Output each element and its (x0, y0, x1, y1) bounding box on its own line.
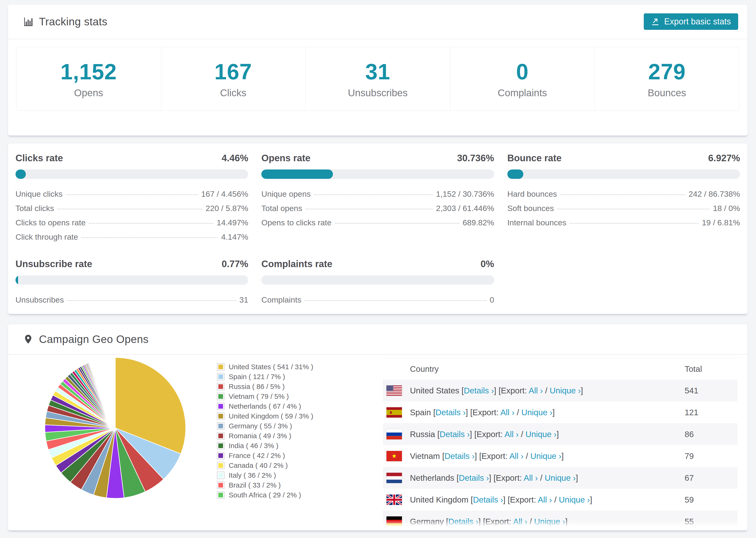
rate-row-label: Unique clicks (16, 189, 63, 198)
rate-detail-row: Hard bounces242 / 86.738% (507, 187, 740, 201)
rate-progress-bar (507, 170, 740, 179)
rate-detail-row: Unique clicks167 / 4.456% (16, 187, 248, 201)
rate-rows: Unique opens1,152 / 30.736%Total opens2,… (261, 187, 494, 230)
legend-item-united-states[interactable]: United States ( 541 / 31% ) (217, 362, 313, 372)
stats-summary-row: 1,152Opens167Clicks31Unsubscribes0Compla… (16, 47, 739, 111)
legend-swatch (217, 383, 225, 390)
total-cell: 79 (685, 452, 737, 461)
details-link[interactable]: Details › (459, 473, 489, 482)
legend-item-italy[interactable]: Italy ( 36 / 2% ) (217, 470, 313, 480)
table-row-spain: Spain [Details ›] [Export: All › / Uniqu… (383, 402, 737, 423)
map-pin-icon (23, 334, 33, 344)
export-unique-link[interactable]: Unique › (550, 386, 581, 395)
rate-progress-fill (261, 170, 333, 179)
rate-panel-clicks-rate: Clicks rate4.46%Unique clicks167 / 4.456… (16, 153, 248, 244)
rate-detail-row: Unsubscribes31 (16, 293, 248, 307)
export-all-link[interactable]: All › (538, 495, 552, 504)
rate-detail-row: Soft bounces18 / 0% (507, 201, 740, 215)
rate-title: Bounce rate (507, 153, 562, 163)
rate-detail-row: Total opens2,303 / 61.446% (261, 201, 494, 215)
export-unique-link[interactable]: Unique › (534, 517, 565, 526)
stat-value: 279 (648, 59, 686, 84)
rate-rows: Hard bounces242 / 86.738%Soft bounces18 … (507, 187, 740, 230)
legend-swatch (217, 363, 225, 371)
flag-de-icon (387, 516, 402, 527)
legend-label: Vietnam ( 79 / 5% ) (229, 393, 289, 401)
rate-detail-row: Unique opens1,152 / 30.736% (261, 187, 494, 201)
rate-row-value: 19 / 6.81% (702, 218, 740, 227)
rate-row-label: Soft bounces (507, 204, 554, 213)
rate-progress-bar (261, 170, 494, 179)
export-unique-link[interactable]: Unique › (545, 473, 576, 482)
legend-item-india[interactable]: India ( 46 / 3% ) (217, 441, 313, 451)
export-all-link[interactable]: All › (529, 386, 543, 395)
rate-rows: Complaints0 (261, 293, 494, 307)
flag-nl-icon (387, 473, 402, 483)
rate-progress-bar (261, 275, 494, 285)
legend-label: France ( 42 / 2% ) (229, 452, 285, 459)
export-icon (651, 17, 660, 26)
export-unique-link[interactable]: Unique › (530, 452, 561, 460)
export-all-link[interactable]: All › (523, 473, 538, 482)
legend-item-brazil[interactable]: Brazil ( 33 / 2% ) (217, 480, 313, 490)
rate-title-row: Complaints rate0% (261, 259, 494, 269)
details-link[interactable]: Details › (473, 495, 503, 504)
rate-row-value: 242 / 86.738% (689, 189, 740, 198)
page-title: Tracking stats (39, 15, 108, 28)
geo-header: Campaign Geo Opens (8, 324, 747, 355)
legend-swatch (217, 373, 225, 381)
legend-swatch (217, 422, 225, 430)
legend-label: Canada ( 40 / 2% ) (229, 461, 288, 469)
details-link[interactable]: Details › (436, 408, 465, 417)
table-row-united-states: United States [Details ›] [Export: All ›… (383, 380, 737, 402)
geo-title-wrap: Campaign Geo Opens (23, 333, 149, 346)
rates-card: Clicks rate4.46%Unique clicks167 / 4.456… (8, 143, 748, 314)
country-cell: Russia [Details ›] [Export: All › / Uniq… (383, 429, 685, 439)
export-unique-link[interactable]: Unique › (525, 430, 557, 439)
rate-detail-row: Opens to clicks rate689.82% (261, 215, 494, 230)
details-link[interactable]: Details › (448, 517, 478, 526)
legend-item-russia[interactable]: Russia ( 86 / 5% ) (217, 382, 313, 392)
rate-row-label: Opens to clicks rate (261, 218, 332, 227)
country-cell: United States [Details ›] [Export: All ›… (383, 385, 685, 396)
details-link[interactable]: Details › (445, 452, 474, 460)
legend-item-vietnam[interactable]: Vietnam ( 79 / 5% ) (217, 392, 313, 402)
stat-value: 1,152 (60, 59, 117, 84)
legend-swatch (217, 491, 225, 499)
rate-progress-fill (16, 170, 26, 179)
legend-item-spain[interactable]: Spain ( 121 / 7% ) (217, 372, 313, 382)
legend-swatch (217, 412, 225, 420)
rate-row-value: 0 (490, 295, 494, 304)
export-all-link[interactable]: All › (505, 430, 519, 439)
geo-table-body: United States [Details ›] [Export: All ›… (383, 380, 737, 530)
rate-row-label: Hard bounces (507, 189, 557, 198)
legend-item-netherlands[interactable]: Netherlands ( 67 / 4% ) (217, 402, 313, 411)
rate-row-value: 31 (240, 295, 248, 304)
export-all-link[interactable]: All › (509, 452, 523, 460)
country-row-text: Vietnam [Details ›] [Export: All › / Uni… (410, 452, 564, 461)
legend-item-united-kingdom[interactable]: United Kingdom ( 59 / 3% ) (217, 411, 313, 421)
rate-row-value: 2,303 / 61.446% (436, 204, 494, 213)
table-row-vietnam: Vietnam [Details ›] [Export: All › / Uni… (383, 445, 737, 467)
export-basic-stats-button[interactable]: Export basic stats (644, 13, 738, 30)
export-all-link[interactable]: All › (500, 408, 514, 417)
legend-item-france[interactable]: France ( 42 / 2% ) (217, 451, 313, 460)
dotted-leader (305, 209, 433, 209)
geo-table: Country Total United States [Details ›] … (383, 358, 737, 530)
total-cell: 86 (685, 430, 737, 439)
export-all-link[interactable]: All › (513, 517, 527, 526)
details-link[interactable]: Details › (464, 386, 494, 395)
export-unique-link[interactable]: Unique › (559, 495, 590, 504)
dotted-leader (81, 237, 218, 238)
legend-item-romania[interactable]: Romania ( 49 / 3% ) (217, 431, 313, 441)
legend-item-canada[interactable]: Canada ( 40 / 2% ) (217, 460, 313, 470)
flag-es-icon (387, 407, 402, 418)
details-link[interactable]: Details › (440, 430, 469, 439)
legend-item-south-africa[interactable]: South Africa ( 29 / 2% ) (217, 490, 313, 500)
legend-label: Italy ( 36 / 2% ) (229, 471, 276, 479)
dotted-leader (67, 300, 236, 301)
export-unique-link[interactable]: Unique › (521, 408, 553, 417)
flag-gb-icon (387, 495, 402, 505)
legend-item-germany[interactable]: Germany ( 55 / 3% ) (217, 421, 313, 431)
rate-row-value: 14.497% (217, 218, 248, 227)
